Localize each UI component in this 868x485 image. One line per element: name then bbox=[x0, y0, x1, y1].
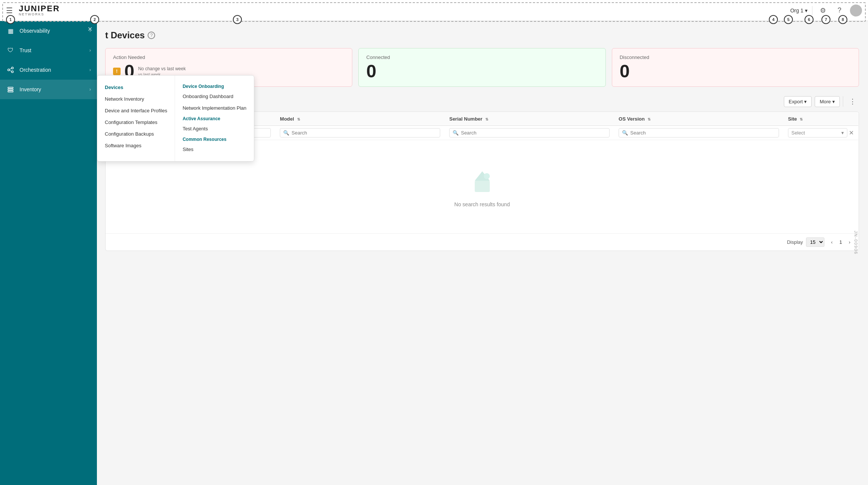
three-dot-menu[interactable]: ⋮ bbox=[846, 96, 859, 107]
callout-8: 8 bbox=[838, 15, 847, 24]
dropdown-config-backups[interactable]: Configuration Backups bbox=[97, 128, 175, 140]
dropdown-config-templates[interactable]: Configuration Templates bbox=[97, 116, 175, 128]
svg-point-10 bbox=[484, 173, 490, 179]
dropdown-devices-link[interactable]: Devices bbox=[97, 82, 175, 93]
org-label: Org 1 bbox=[790, 8, 803, 14]
sort-icon-os: ⇅ bbox=[648, 117, 651, 121]
dropdown-section-common-resources: Common Resources bbox=[175, 134, 254, 144]
callout-3: 3 bbox=[233, 15, 242, 24]
callout-6: 6 bbox=[805, 15, 814, 24]
clear-filter-button[interactable]: ✕ bbox=[849, 129, 854, 136]
menu-icon[interactable]: ☰ bbox=[6, 6, 13, 15]
sidebar-item-orchestration[interactable]: Orchestration › bbox=[0, 60, 97, 80]
dropdown-sites[interactable]: Sites bbox=[175, 144, 254, 155]
col-os-version[interactable]: OS Version ⇅ bbox=[614, 112, 783, 126]
pagination-row: Display 15 ‹ 1 › bbox=[106, 233, 859, 251]
disconnected-label: Disconnected bbox=[620, 54, 851, 60]
page-help-icon[interactable]: ? bbox=[148, 32, 155, 39]
callout-4: 4 bbox=[769, 15, 778, 24]
sidebar-item-inventory[interactable]: Inventory › bbox=[0, 80, 97, 99]
sidebar-item-label: Observability bbox=[20, 28, 85, 34]
callout-7: 7 bbox=[821, 15, 830, 24]
sidebar-arrow: › bbox=[89, 28, 91, 33]
empty-state-icon bbox=[467, 166, 497, 197]
dropdown-col-2: Device Onboarding Onboarding Dashboard N… bbox=[175, 76, 254, 161]
disconnected-card: Disconnected 0 bbox=[612, 48, 859, 87]
next-page-button[interactable]: › bbox=[845, 238, 854, 247]
connected-label: Connected bbox=[366, 54, 598, 60]
action-needed-change: No change vs last week bbox=[138, 66, 186, 71]
logo: JUNIPER NETWORKS bbox=[19, 5, 60, 16]
search-icon-os: 🔍 bbox=[622, 130, 628, 136]
prev-page-button[interactable]: ‹ bbox=[827, 238, 836, 247]
model-search-input[interactable] bbox=[291, 130, 437, 136]
dropdown-network-inventory[interactable]: Network Inventory bbox=[97, 93, 175, 105]
svg-point-2 bbox=[12, 71, 14, 73]
more-label: More bbox=[820, 99, 831, 104]
col-site[interactable]: Site ⇅ bbox=[783, 112, 859, 126]
filter-serial: 🔍 bbox=[445, 126, 614, 140]
search-icon-serial: 🔍 bbox=[453, 130, 459, 136]
sidebar-arrow: › bbox=[89, 87, 91, 92]
sort-icon-serial: ⇅ bbox=[485, 117, 488, 121]
dropdown-software-images[interactable]: Software Images bbox=[97, 140, 175, 151]
sidebar: ✕ ▦ Observability › 🛡 Trust › Orchestrat… bbox=[0, 21, 97, 485]
export-button[interactable]: Export ▾ bbox=[784, 96, 812, 107]
svg-line-4 bbox=[9, 70, 12, 71]
dropdown-test-agents[interactable]: Test Agents bbox=[175, 123, 254, 134]
export-arrow: ▾ bbox=[804, 99, 807, 104]
connected-number: 0 bbox=[366, 62, 598, 80]
col-serial[interactable]: Serial Number ⇅ bbox=[445, 112, 614, 126]
svg-rect-8 bbox=[475, 181, 490, 192]
filter-model: 🔍 bbox=[275, 126, 445, 140]
model-search[interactable]: 🔍 bbox=[280, 128, 440, 137]
col-model-label: Model bbox=[280, 116, 294, 122]
sidebar-item-trust[interactable]: 🛡 Trust › bbox=[0, 41, 97, 60]
dropdown-network-impl-plan[interactable]: Network Implementation Plan bbox=[175, 102, 254, 114]
site-select-placeholder: Select bbox=[791, 130, 805, 136]
avatar[interactable] bbox=[850, 5, 862, 17]
serial-search[interactable]: 🔍 bbox=[449, 128, 610, 137]
export-label: Export bbox=[789, 99, 803, 104]
dropdown-section-active-assurance: Active Assurance bbox=[175, 114, 254, 123]
site-select[interactable]: Select ▾ bbox=[788, 128, 847, 137]
svg-rect-5 bbox=[8, 87, 13, 88]
col-model[interactable]: Model ⇅ bbox=[275, 112, 445, 126]
inventory-dropdown: Devices Network Inventory Device and Int… bbox=[97, 75, 254, 162]
disconnected-number: 0 bbox=[620, 62, 851, 80]
page-title: t Devices bbox=[105, 30, 145, 41]
orchestration-icon bbox=[6, 65, 15, 74]
trust-icon: 🛡 bbox=[6, 46, 15, 55]
inventory-icon bbox=[6, 85, 15, 94]
sidebar-arrow: › bbox=[89, 48, 91, 53]
sidebar-item-label: Inventory bbox=[20, 86, 85, 92]
svg-rect-6 bbox=[8, 89, 13, 90]
help-button[interactable]: ? bbox=[833, 5, 845, 17]
filter-site: Select ▾ ✕ bbox=[783, 126, 859, 140]
os-search-input[interactable] bbox=[630, 130, 776, 136]
page-size-select[interactable]: 15 bbox=[806, 237, 824, 247]
more-arrow: ▾ bbox=[832, 99, 835, 104]
header: ☰ JUNIPER NETWORKS Org 1 ▾ ⚙ ? bbox=[0, 0, 868, 21]
display-label: Display bbox=[787, 239, 803, 245]
warning-badge: ! bbox=[113, 68, 121, 75]
svg-point-0 bbox=[8, 69, 10, 71]
sidebar-item-observability[interactable]: ▦ Observability › bbox=[0, 21, 97, 41]
page-number: 1 bbox=[839, 239, 842, 245]
more-button[interactable]: More ▾ bbox=[815, 96, 840, 107]
sidebar-item-label: Orchestration bbox=[20, 67, 85, 73]
org-arrow: ▾ bbox=[805, 8, 808, 14]
col-site-label: Site bbox=[788, 116, 797, 122]
dropdown-onboarding-dashboard[interactable]: Onboarding Dashboard bbox=[175, 91, 254, 102]
page-title-row: t Devices ? bbox=[105, 30, 859, 41]
os-search[interactable]: 🔍 bbox=[619, 128, 779, 137]
serial-search-input[interactable] bbox=[461, 130, 606, 136]
dropdown-device-interface-profiles[interactable]: Device and Interface Profiles bbox=[97, 105, 175, 116]
settings-button[interactable]: ⚙ bbox=[817, 5, 829, 17]
sort-icon-site: ⇅ bbox=[800, 117, 803, 121]
vertical-label: JN-00906 bbox=[854, 231, 858, 255]
callout-1: 1 bbox=[6, 15, 15, 24]
org-selector[interactable]: Org 1 ▾ bbox=[790, 8, 808, 14]
svg-rect-7 bbox=[8, 91, 13, 92]
dropdown-section-device-onboarding: Device Onboarding bbox=[175, 82, 254, 91]
